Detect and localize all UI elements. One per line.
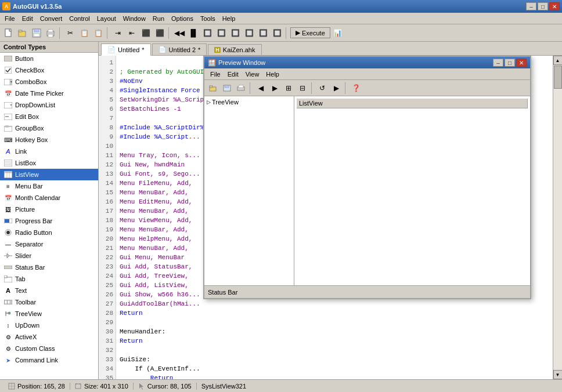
ctrl-datetimepicker[interactable]: 📅 Date Time Picker bbox=[0, 88, 98, 99]
svg-point-31 bbox=[6, 231, 10, 234]
tb-btn8[interactable]: 🔲 bbox=[271, 27, 283, 39]
ctrl-text[interactable]: A Text bbox=[0, 285, 98, 296]
tb-outdent[interactable]: ⇤ bbox=[125, 27, 138, 39]
datetimepicker-icon: 📅 bbox=[3, 89, 13, 98]
listbox-icon bbox=[3, 158, 13, 168]
close-button[interactable]: ✕ bbox=[549, 2, 560, 10]
tb-align-right[interactable]: ⬛ bbox=[153, 27, 166, 39]
ctrl-button[interactable]: Button bbox=[0, 53, 98, 64]
preview-tb-save[interactable] bbox=[221, 82, 233, 95]
svg-rect-39 bbox=[8, 300, 10, 304]
tree-expand-icon[interactable]: ▷ bbox=[207, 99, 211, 105]
tb-btn5[interactable]: 🔲 bbox=[229, 27, 242, 39]
menu-file[interactable]: File bbox=[1, 14, 19, 23]
preview-menu-view[interactable]: View bbox=[242, 70, 263, 79]
tb-sep1 bbox=[59, 27, 62, 39]
tab-untitled2[interactable]: 📄 Untitled 2 * bbox=[152, 43, 207, 55]
menu-window[interactable]: Window bbox=[120, 14, 149, 23]
preview-status-label: Status Bar bbox=[208, 289, 237, 296]
menu-convert[interactable]: Convert bbox=[37, 14, 66, 23]
ctrl-listbox[interactable]: ListBox bbox=[0, 157, 98, 169]
preview-tb-sep3 bbox=[345, 82, 347, 94]
ctrl-groupbox[interactable]: GroupBox bbox=[0, 122, 98, 134]
scroll-thumb[interactable] bbox=[554, 66, 562, 89]
preview-tb-btn1[interactable]: ◀ bbox=[254, 82, 267, 95]
tb-print[interactable] bbox=[44, 27, 57, 39]
tb-btn3[interactable]: 🔲 bbox=[201, 27, 214, 39]
tb-indent[interactable]: ⇥ bbox=[111, 27, 124, 39]
ctrl-combobox[interactable]: ComboBox bbox=[0, 76, 98, 88]
ctrl-toolbar[interactable]: Toolbar bbox=[0, 296, 98, 308]
menu-options[interactable]: Options bbox=[168, 14, 197, 23]
preview-tb-btn4[interactable]: ⊟ bbox=[296, 82, 309, 95]
preview-treeview[interactable]: ▷ TreeView bbox=[204, 96, 294, 285]
preview-menu-file[interactable]: File bbox=[207, 70, 224, 79]
ctrl-activex[interactable]: ⚙ ActiveX bbox=[0, 331, 98, 343]
tb-cut[interactable]: ✂ bbox=[64, 27, 77, 39]
maximize-button[interactable]: □ bbox=[538, 2, 548, 10]
preview-listview[interactable]: ListView bbox=[294, 96, 530, 285]
preview-tb-help[interactable]: ❓ bbox=[350, 82, 362, 95]
menu-tools[interactable]: Tools bbox=[197, 14, 219, 23]
preview-minimize[interactable]: – bbox=[493, 59, 503, 67]
tb-btn4[interactable]: 🔲 bbox=[215, 27, 228, 39]
tb-extra[interactable]: 📊 bbox=[332, 27, 344, 39]
preview-tree-item[interactable]: ▷ TreeView bbox=[207, 99, 291, 106]
ctrl-radiobutton[interactable]: Radio Button bbox=[0, 227, 98, 238]
menu-control[interactable]: Control bbox=[66, 14, 93, 23]
tb-open[interactable] bbox=[16, 27, 29, 39]
tb-new[interactable] bbox=[2, 27, 15, 39]
ctrl-picture[interactable]: 🖼 Picture bbox=[0, 204, 98, 215]
preview-maximize[interactable]: □ bbox=[505, 59, 515, 67]
ctrl-monthcalendar[interactable]: 📅 Month Calendar bbox=[0, 192, 98, 204]
editor-area: 1234567891011121314151617181920212223242… bbox=[99, 56, 562, 379]
tb-save[interactable] bbox=[30, 27, 43, 39]
menu-layout[interactable]: Layout bbox=[93, 14, 120, 23]
preview-tb-run[interactable]: ▶ bbox=[330, 82, 343, 95]
ctrl-separator[interactable]: — Separator bbox=[0, 238, 98, 250]
ctrl-checkbox[interactable]: CheckBox bbox=[0, 64, 98, 76]
tb-btn6[interactable]: 🔲 bbox=[243, 27, 255, 39]
ctrl-commandlink[interactable]: ➤ Command Link bbox=[0, 354, 98, 366]
preview-tb-reload[interactable]: ↺ bbox=[316, 82, 329, 95]
ctrl-treeview[interactable]: TreeView bbox=[0, 308, 98, 320]
ctrl-hotkeybox[interactable]: ⌨ Hotkey Box bbox=[0, 134, 98, 146]
tb-paste[interactable]: 📋 bbox=[92, 27, 105, 39]
ctrl-tab[interactable]: Tab bbox=[0, 273, 98, 285]
preview-tb-open[interactable] bbox=[207, 82, 219, 95]
preview-tb-btn3[interactable]: ⊞ bbox=[282, 82, 295, 95]
ctrl-slider[interactable]: Slider bbox=[0, 250, 98, 262]
tb-align-left[interactable]: ⬛ bbox=[139, 27, 152, 39]
tb-copy[interactable]: 📋 bbox=[78, 27, 91, 39]
scroll-track[interactable] bbox=[553, 65, 563, 370]
menu-help[interactable]: Help bbox=[219, 14, 239, 23]
scroll-up-btn[interactable]: ▲ bbox=[553, 56, 563, 65]
tb-btn1[interactable]: ◀◀ bbox=[173, 27, 186, 39]
ctrl-editbox[interactable]: Edit Box bbox=[0, 111, 98, 122]
status-bar: Position: 165, 28 Size: 401 x 310 Cursor… bbox=[0, 379, 562, 392]
minimize-button[interactable]: – bbox=[526, 2, 536, 10]
ctrl-updown[interactable]: ↕ UpDown bbox=[0, 320, 98, 331]
preview-menu-help[interactable]: Help bbox=[262, 70, 283, 79]
execute-button[interactable]: ▶ Execute bbox=[290, 27, 330, 38]
tab-kaizenAhk[interactable]: H KaiZen.ahk bbox=[208, 44, 261, 55]
ctrl-listview[interactable]: ListView bbox=[0, 169, 98, 180]
tb-btn7[interactable]: 🔲 bbox=[257, 27, 269, 39]
preview-close[interactable]: ✕ bbox=[516, 59, 527, 67]
class-text: SysListView321 bbox=[201, 383, 246, 390]
preview-tb-btn2[interactable]: ▶ bbox=[268, 82, 281, 95]
scroll-down-btn[interactable]: ▼ bbox=[553, 370, 563, 379]
ctrl-link[interactable]: A Link bbox=[0, 146, 98, 157]
ctrl-statusbar[interactable]: Status Bar bbox=[0, 262, 98, 273]
preview-menu-edit[interactable]: Edit bbox=[224, 70, 242, 79]
ctrl-dropdownlist[interactable]: DropDownList bbox=[0, 99, 98, 111]
ctrl-progressbar[interactable]: Progress Bar bbox=[0, 215, 98, 227]
ctrl-menubar[interactable]: ≡ Menu Bar bbox=[0, 180, 98, 192]
menu-run[interactable]: Run bbox=[149, 14, 168, 23]
ctrl-customclass[interactable]: ⚙ Custom Class bbox=[0, 343, 98, 354]
preview-tb-print[interactable] bbox=[235, 82, 247, 95]
vertical-scrollbar[interactable]: ▲ ▼ bbox=[553, 56, 562, 379]
menu-edit[interactable]: Edit bbox=[19, 14, 37, 23]
tb-btn2[interactable]: ▐▌ bbox=[187, 27, 200, 39]
tab-untitled1[interactable]: 📄 Untitled * bbox=[101, 43, 151, 56]
